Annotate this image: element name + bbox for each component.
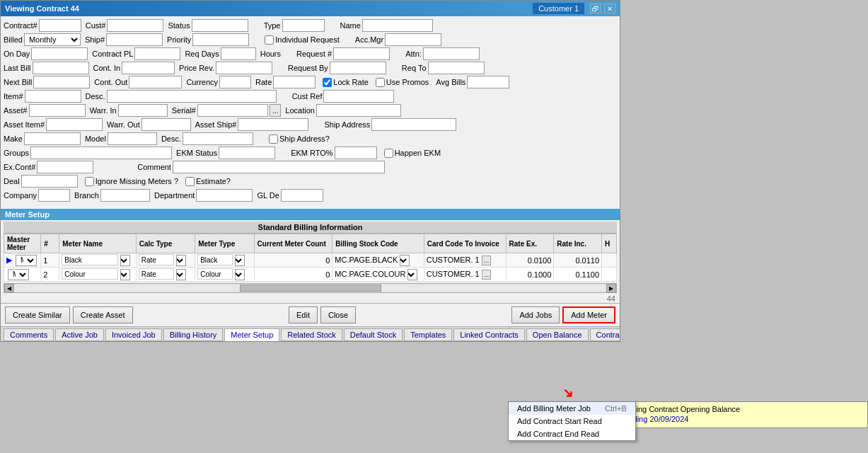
asset-input[interactable] [29, 104, 86, 117]
dropdown-item-2[interactable]: Add Contract End Read [509, 428, 635, 440]
serial-input[interactable] [197, 104, 268, 117]
tab-default-stock[interactable]: Default Stock [344, 328, 403, 341]
tab-billing-history[interactable]: Billing History [163, 328, 224, 341]
use-promos-checkbox[interactable] [376, 78, 385, 87]
calc-type-select[interactable] [176, 255, 186, 266]
item-input[interactable]: MASTER [25, 90, 81, 103]
desc-input[interactable]: Master Contract [107, 90, 277, 103]
ship-input[interactable]: CUSTOMER. 1 [106, 33, 163, 46]
serial-ellipsis-button[interactable]: ... [270, 104, 281, 117]
asset-ship-input[interactable] [238, 118, 308, 131]
contract-input[interactable]: 44 [39, 19, 81, 32]
meter-name-input[interactable] [62, 254, 118, 265]
acc-mgr-input[interactable] [385, 33, 441, 46]
contract-pl-input[interactable]: Standard [134, 47, 180, 60]
scroll-right-button[interactable]: ▶ [606, 284, 616, 292]
tab-linked-contracts[interactable]: Linked Contracts [453, 328, 525, 341]
tab-active-job[interactable]: Active Job [55, 328, 104, 341]
create-similar-button[interactable]: Create Similar [5, 306, 70, 323]
gl-de-input[interactable] [281, 189, 323, 202]
individual-request-checkbox[interactable] [265, 35, 274, 45]
meter-type-input[interactable] [197, 254, 233, 265]
meter-type-select[interactable] [235, 255, 245, 266]
rate-input[interactable]: 1.0000 [273, 76, 316, 88]
location-input[interactable] [316, 104, 401, 117]
make-input[interactable] [24, 132, 81, 145]
req-to-input[interactable] [428, 62, 485, 74]
tab-invoiced-job[interactable]: Invoiced Job [105, 328, 162, 341]
tab-templates[interactable]: Templates [404, 328, 452, 341]
create-asset-button[interactable]: Create Asset [73, 306, 133, 323]
name-input[interactable] [362, 19, 433, 32]
company-input[interactable]: SYS [38, 189, 70, 202]
tab-related-stock[interactable]: Related Stock [281, 328, 342, 341]
attn-input[interactable] [423, 47, 480, 60]
req-days-input[interactable] [221, 47, 256, 60]
warr-out-input[interactable] [141, 118, 191, 131]
billed-select[interactable]: Monthly [24, 33, 81, 46]
calc-type-input[interactable] [139, 254, 174, 265]
ex-cont-input[interactable] [37, 161, 93, 173]
scroll-thumb[interactable] [240, 285, 381, 292]
dropdown-item-1[interactable]: Add Contract Start Read [509, 415, 635, 428]
meter-type-select[interactable] [235, 269, 245, 280]
priority-input[interactable]: Normal [192, 33, 249, 46]
restore-icon[interactable]: 🗗 [590, 4, 601, 13]
ignore-missing-checkbox[interactable] [85, 177, 94, 186]
cont-in-input[interactable]: 25/09/2024 [122, 62, 175, 74]
price-rev-input[interactable] [216, 62, 272, 74]
desc2-input[interactable] [183, 132, 253, 145]
deal-input[interactable] [21, 175, 78, 188]
lock-rate-checkbox[interactable] [323, 78, 332, 87]
last-bill-input[interactable] [33, 62, 89, 74]
comment-input[interactable] [173, 161, 385, 173]
currency-input[interactable]: AUD [219, 76, 251, 88]
cust-ref-input[interactable] [323, 90, 394, 103]
tab-meter-setup[interactable]: Meter Setup [224, 328, 279, 341]
avg-bills-input[interactable] [467, 76, 509, 88]
meter-name-select[interactable] [120, 255, 130, 266]
calc-type-input[interactable] [139, 268, 174, 280]
billing-stock-select[interactable] [400, 255, 410, 266]
billing-stock-select[interactable] [407, 269, 417, 280]
branch-input[interactable] [100, 189, 150, 202]
ekm-status-input[interactable] [219, 147, 275, 159]
scroll-left-button[interactable]: ◀ [4, 284, 14, 292]
close-button[interactable]: Close [320, 306, 356, 323]
add-jobs-button[interactable]: Add Jobs [511, 306, 560, 323]
ship-address-input[interactable] [371, 118, 456, 131]
table-row[interactable]: ▶ M 1 0 MC.PAGE.BLACK CUSTOMER. 1 ... 0.… [4, 253, 617, 268]
horizontal-scrollbar[interactable]: ◀ ▶ [4, 283, 617, 293]
ship-address2-checkbox[interactable] [269, 134, 278, 144]
master-meter-select[interactable]: M [8, 269, 29, 280]
status-input[interactable]: Booked [192, 19, 248, 32]
meter-name-select[interactable] [120, 269, 130, 280]
department-input[interactable] [196, 189, 253, 202]
asset-item-input[interactable] [46, 118, 103, 131]
warr-in-input[interactable] [118, 104, 168, 117]
calc-type-select[interactable] [176, 269, 186, 280]
cust-input[interactable]: CUSTOMER. 1 [107, 19, 163, 32]
tab-contract-variations[interactable]: Contract Variations [590, 328, 620, 341]
table-row[interactable]: M 2 0 MC.PAGE.COLOUR CUSTOMER. 1 ... 0.1… [4, 268, 617, 282]
card-code-ellipsis[interactable]: ... [482, 270, 492, 280]
cont-out-input[interactable]: 25/09/2026 [129, 76, 182, 88]
meter-name-input[interactable] [62, 268, 118, 280]
ekm-rto-input[interactable] [335, 147, 377, 159]
master-meter-select[interactable]: M [16, 255, 37, 266]
tab-open-balance[interactable]: Open Balance [526, 328, 589, 341]
groups-input[interactable]: No groups assigned [30, 147, 172, 159]
dropdown-item-0[interactable]: Add Billing Meter JobCtrl+B [509, 402, 635, 415]
happen-ekm-checkbox[interactable] [384, 149, 393, 158]
type-input[interactable]: Master [282, 19, 325, 32]
close-icon[interactable]: ✕ [604, 4, 615, 13]
add-meter-button[interactable]: Add Meter [562, 306, 615, 323]
edit-button[interactable]: Edit [289, 306, 318, 323]
on-day-input[interactable]: 20th of the mont [31, 47, 88, 60]
request-by-input[interactable] [330, 62, 386, 74]
card-code-ellipsis[interactable]: ... [482, 256, 492, 265]
request-input[interactable] [333, 47, 390, 60]
next-bill-input[interactable]: 20/09/2024 [33, 76, 90, 88]
estimate-checkbox[interactable] [185, 177, 195, 186]
meter-type-input[interactable] [197, 268, 233, 280]
